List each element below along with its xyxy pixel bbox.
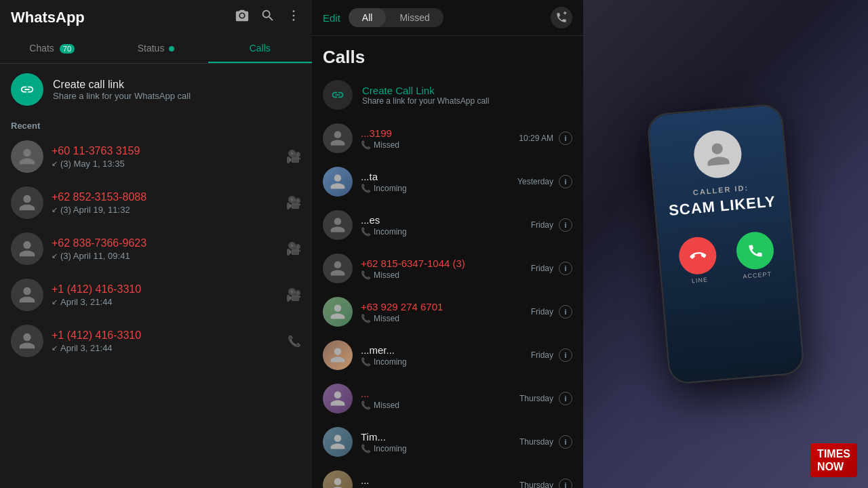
call-info-2: +62 852-3153-8088 ↙ (3) April 19, 11:32 <box>52 191 278 215</box>
add-call-button[interactable] <box>551 7 572 28</box>
mid-call-time-9: Thursday <box>519 481 553 488</box>
mid-call-meta-6: Friday i <box>531 348 572 362</box>
mid-call-name-4: +62 815-6347-1044 (3) <box>361 258 523 269</box>
info-btn-7[interactable]: i <box>559 392 572 405</box>
info-btn-3[interactable]: i <box>559 218 572 232</box>
mid-avatar-7 <box>323 384 353 413</box>
call-meta-4: 🎥 <box>286 287 301 302</box>
mid-call-time-1: 10:29 AM <box>519 134 553 143</box>
info-btn-8[interactable]: i <box>559 435 572 449</box>
video-call-icon-1: 🎥 <box>286 149 301 164</box>
video-call-icon-4: 🎥 <box>286 287 301 302</box>
decline-container: LINE <box>677 236 719 286</box>
mid-call-name-2: ...ta <box>361 171 509 182</box>
call-name-1: +60 11-3763 3159 <box>52 145 278 157</box>
mid-avatar-2 <box>323 167 353 197</box>
mid-call-info-9: ... 📞 Incoming <box>361 474 511 489</box>
mid-link-icon <box>323 80 353 110</box>
video-call-icon-3: 🎥 <box>286 241 301 256</box>
tab-calls[interactable]: Calls <box>208 35 312 63</box>
mid-create-title: Create Call Link <box>362 85 489 96</box>
mid-call-item-5[interactable]: +63 929 274 6701 📞 Missed Friday i <box>312 290 583 333</box>
status-dot <box>169 46 174 52</box>
svg-point-0 <box>293 10 295 12</box>
mid-call-time-5: Friday <box>531 307 553 317</box>
mid-avatar-3 <box>323 210 353 240</box>
mid-call-name-5: +63 929 274 6701 <box>361 301 523 312</box>
camera-icon[interactable] <box>235 8 250 26</box>
info-btn-2[interactable]: i <box>559 175 572 188</box>
mid-call-meta-1: 10:29 AM i <box>519 131 572 145</box>
info-btn-9[interactable]: i <box>559 479 572 488</box>
call-detail-5: ↙ April 3, 21:44 <box>52 343 279 353</box>
decline-button[interactable] <box>677 236 718 277</box>
create-call-link-middle[interactable]: Create Call Link Share a link for your W… <box>312 73 583 117</box>
avatar-5 <box>11 325 43 357</box>
mid-call-meta-5: Friday i <box>531 305 572 319</box>
mid-call-item-9[interactable]: ... 📞 Incoming Thursday i <box>312 464 583 488</box>
filter-missed[interactable]: Missed <box>386 8 443 27</box>
call-item-3[interactable]: +62 838-7366-9623 ↙ (3) April 11, 09:41 … <box>0 226 312 272</box>
mid-call-info-2: ...ta 📞 Incoming <box>361 171 509 193</box>
mid-call-name-1: ...3199 <box>361 127 511 139</box>
mid-call-item-1[interactable]: ...3199 📞 Missed 10:29 AM i <box>312 117 583 160</box>
create-call-subtitle: Share a link for your WhatsApp call <box>53 91 191 101</box>
filter-all[interactable]: All <box>349 8 387 27</box>
filter-tabs: All Missed <box>349 8 443 27</box>
mid-call-item-7[interactable]: ... 📞 Missed Thursday i <box>312 377 583 420</box>
sidebar-header: WhatsApp <box>0 0 312 35</box>
call-item-1[interactable]: +60 11-3763 3159 ↙ (3) May 1, 13:35 🎥 <box>0 134 312 180</box>
call-detail-3: ↙ (3) April 11, 09:41 <box>52 251 278 261</box>
call-name-5: +1 (412) 416-3310 <box>52 329 279 342</box>
mid-call-info-7: ... 📞 Missed <box>361 388 511 410</box>
info-btn-1[interactable]: i <box>559 131 572 145</box>
info-btn-4[interactable]: i <box>559 262 572 275</box>
mid-call-item-6[interactable]: ...mer... 📞 Incoming Friday i <box>312 333 583 377</box>
mid-call-info-3: ...es 📞 Incoming <box>361 214 523 237</box>
info-btn-5[interactable]: i <box>559 305 572 319</box>
mid-call-time-8: Thursday <box>519 437 553 447</box>
mid-call-time-3: Friday <box>531 220 553 230</box>
call-item-5[interactable]: +1 (412) 416-3310 ↙ April 3, 21:44 📞 <box>0 318 312 364</box>
middle-header-left: Edit All Missed <box>323 8 443 27</box>
svg-point-1 <box>293 15 295 17</box>
create-call-link-sidebar[interactable]: Create call link Share a link for your W… <box>0 64 312 115</box>
scam-text: SCAM LIKELY <box>668 193 776 219</box>
mid-call-info-5: +63 929 274 6701 📞 Missed <box>361 301 523 323</box>
svg-point-2 <box>293 19 295 21</box>
call-list-sidebar: +60 11-3763 3159 ↙ (3) May 1, 13:35 🎥 +6… <box>0 134 312 488</box>
tab-chats[interactable]: Chats 70 <box>0 35 104 63</box>
mid-call-meta-7: Thursday i <box>519 392 572 405</box>
tab-status[interactable]: Status <box>104 35 208 63</box>
mid-call-name-9: ... <box>361 474 511 486</box>
app-title: WhatsApp <box>11 9 85 26</box>
accept-button[interactable] <box>735 230 776 271</box>
mid-call-meta-4: Friday i <box>531 262 572 275</box>
edit-button[interactable]: Edit <box>323 12 340 24</box>
call-item-2[interactable]: +62 852-3153-8088 ↙ (3) April 19, 11:32 … <box>0 180 312 226</box>
more-options-icon[interactable] <box>286 8 301 26</box>
call-meta-3: 🎥 <box>286 241 301 256</box>
recent-label: Recent <box>0 115 312 134</box>
middle-header: Edit All Missed <box>312 0 583 36</box>
mid-call-item-8[interactable]: Tim... 📞 Incoming Thursday i <box>312 420 583 464</box>
info-btn-6[interactable]: i <box>559 348 572 362</box>
mid-call-name-8: Tim... <box>361 431 511 443</box>
mid-call-item-3[interactable]: ...es 📞 Incoming Friday i <box>312 203 583 247</box>
call-name-3: +62 838-7366-9623 <box>52 237 278 249</box>
call-info-5: +1 (412) 416-3310 ↙ April 3, 21:44 <box>52 329 279 353</box>
caller-avatar <box>692 129 743 180</box>
mid-create-text: Create Call Link Share a link for your W… <box>362 85 489 106</box>
search-icon[interactable] <box>260 8 275 26</box>
mid-avatar-1 <box>323 123 353 153</box>
mid-call-item-4[interactable]: +62 815-6347-1044 (3) 📞 Missed Friday i <box>312 247 583 290</box>
mid-call-info-8: Tim... 📞 Incoming <box>361 431 511 453</box>
call-item-4[interactable]: +1 (412) 416-3310 ↙ April 3, 21:44 🎥 <box>0 272 312 318</box>
mid-call-item-2[interactable]: ...ta 📞 Incoming Yesterday i <box>312 160 583 203</box>
mid-avatar-8 <box>323 427 353 457</box>
missed-arrow-1: ↙ <box>52 159 58 168</box>
mid-call-sub-6: 📞 Incoming <box>361 357 523 367</box>
avatar-3 <box>11 232 43 265</box>
mid-avatar-4 <box>323 253 353 283</box>
accept-label: ACCEPT <box>743 270 772 280</box>
